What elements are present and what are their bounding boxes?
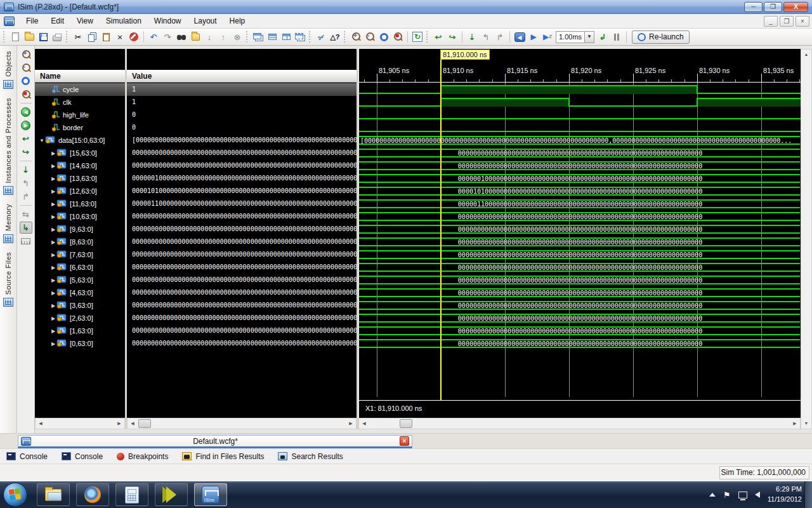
signal-row-value[interactable]: 1 (127, 83, 357, 96)
print-icon[interactable] (51, 30, 63, 43)
go-to-start-icon[interactable]: ◀ (20, 106, 32, 118)
action-center-flag-icon[interactable]: ⚑ (723, 490, 731, 500)
wave-row-14630[interactable]: 0000000000000000000000000000000000000000… (359, 159, 801, 172)
signal-row-name[interactable]: ▶[13,63:0] (35, 172, 125, 185)
signal-row-value[interactable]: 0000000000000000000000000000000000000000… (127, 147, 357, 159)
signal-row-name[interactable]: ▶[2,63:0] (35, 312, 125, 324)
wave-row-data150630[interactable]: [000000000000000000000000000000000000000… (359, 134, 801, 147)
signal-row-name[interactable]: ▶[14,63:0] (35, 159, 125, 172)
expand-icon[interactable]: ▶ (50, 303, 56, 309)
value-column-header[interactable]: Value (127, 70, 357, 83)
wave-row-cycle[interactable] (359, 83, 801, 96)
volume-icon[interactable] (755, 491, 760, 498)
name-panel-hscrollbar[interactable]: ◀ ▶ (35, 418, 125, 429)
signal-row-name[interactable]: ▶[5,63:0] (35, 274, 125, 286)
open-file-icon[interactable] (23, 30, 36, 43)
scroll-right-icon[interactable]: ▶ (790, 418, 800, 429)
wave-row-12630[interactable]: 0000101000000000000000000000000000000000… (359, 185, 801, 197)
signal-row-name[interactable]: ▶[6,63:0] (35, 261, 125, 274)
menu-file[interactable]: File (20, 15, 44, 27)
signal-row-value[interactable]: 0000000000000000000000000000000000000000… (127, 159, 357, 172)
signal-row-value[interactable]: 0000000000000000000000000000000000000000… (127, 274, 357, 286)
document-icon[interactable] (4, 17, 15, 26)
ruler-icon[interactable] (20, 235, 32, 247)
bottom-tab-breakpoints[interactable]: Breakpoints (117, 452, 168, 461)
expand-icon[interactable]: ▶ (50, 328, 56, 334)
run-time-combo[interactable]: 1.00ms ▼ (556, 31, 594, 43)
mdi-close-button[interactable]: × (796, 16, 809, 27)
expand-icon[interactable]: ▶ (50, 227, 56, 232)
wave-row-8630[interactable]: 0000000000000000000000000000000000000000… (359, 236, 801, 248)
signal-row-value[interactable]: 1 (127, 96, 357, 109)
zoom-full-view-icon[interactable] (377, 30, 390, 43)
wave-row-4630[interactable]: 0000000000000000000000000000000000000000… (359, 286, 801, 299)
signal-row-value[interactable]: 0000000000000000000000000000000000000000… (127, 337, 357, 350)
signal-row-value[interactable]: 0000000000000000000000000000000000000000… (127, 261, 357, 274)
bottom-tab-console[interactable]: Console (6, 452, 48, 461)
signal-row-value[interactable]: 0000000000000000000000000000000000000000… (127, 299, 357, 312)
whats-this-icon[interactable]: △? (329, 30, 341, 43)
minimize-button[interactable]: ─ (744, 2, 763, 12)
signal-row-name[interactable]: ▶[15,63:0] (35, 147, 125, 159)
signal-row-name[interactable]: high_life (35, 109, 125, 121)
go-to-end-icon[interactable]: ▶ (20, 119, 32, 131)
scroll-left-icon[interactable]: ◀ (36, 418, 46, 429)
collapse-icon[interactable]: ▼ (39, 138, 45, 144)
expand-icon[interactable]: ▶ (50, 290, 56, 296)
bottom-tab-console[interactable]: Console (62, 452, 103, 461)
menu-help[interactable]: Help (223, 15, 252, 27)
network-icon[interactable] (738, 491, 747, 498)
wave-row-9630[interactable]: 0000000000000000000000000000000000000000… (359, 223, 801, 236)
marker-down-icon[interactable]: ⇣ (466, 30, 478, 43)
zoom-out-icon[interactable]: - (20, 62, 32, 74)
taskbar-clock[interactable]: 6:29 PM 11/19/2012 (768, 485, 802, 505)
waveform-panel[interactable]: 81,910.000 ns 81,905 ns81,910 ns81,915 n… (358, 49, 801, 418)
side-tab-instances-and-processes[interactable]: Instances and Processes (3, 98, 13, 195)
prev-marker-icon[interactable]: ↰ (20, 177, 32, 189)
signal-row-name[interactable]: ▶[12,63:0] (35, 185, 125, 197)
scrollbar-thumb[interactable] (138, 419, 151, 428)
scroll-right-icon[interactable]: ▶ (346, 418, 356, 429)
bottom-tab-find-in-files-results[interactable]: Find in Files Results (182, 452, 264, 461)
wave-row-15630[interactable]: 0000000000000000000000000000000000000000… (359, 147, 801, 159)
expand-icon[interactable]: ▶ (50, 252, 56, 258)
signal-row-name[interactable]: ▶[9,63:0] (35, 223, 125, 236)
menu-layout[interactable]: Layout (188, 15, 223, 27)
signal-row-name[interactable]: border (35, 121, 125, 134)
taskbar-firefox-button[interactable] (76, 483, 109, 506)
zoom-full-view-icon[interactable] (20, 75, 32, 87)
wave-row-clk[interactable] (359, 96, 801, 109)
signal-row-value[interactable]: 0000000000000000000000000000000000000000… (127, 223, 357, 236)
wave-row-2630[interactable]: 0000000000000000000000000000000000000000… (359, 312, 801, 324)
scroll-left-icon[interactable]: ◀ (128, 418, 138, 429)
taskbar-isim-button[interactable]: ISIm (194, 483, 227, 506)
zoom-cursor-icon[interactable]: ■ (391, 30, 404, 43)
snap-to-transition-icon[interactable]: ↳ (20, 222, 32, 234)
signal-row-name[interactable]: cycle (35, 83, 125, 96)
scroll-up-icon[interactable]: ▲ (801, 50, 811, 60)
signal-row-value[interactable]: 0000101000000000000000000000000000000000… (127, 185, 357, 197)
mdi-restore-button[interactable]: ❐ (780, 16, 794, 27)
tab-close-icon[interactable]: × (400, 436, 409, 446)
next-transition-icon[interactable]: ↪ (20, 146, 32, 158)
scroll-down-icon[interactable]: ▼ (801, 418, 811, 429)
scroll-left-icon[interactable]: ◀ (359, 418, 369, 429)
signal-row-value[interactable]: 0000000000000000000000000000000000000000… (127, 324, 357, 337)
menu-view[interactable]: View (70, 15, 100, 27)
next-marker-icon[interactable]: ↱ (20, 190, 32, 203)
copy-icon[interactable] (86, 30, 98, 43)
signal-row-value[interactable]: 0000011000000000000000000000000000000000… (127, 197, 357, 210)
wave-row-7630[interactable]: 0000000000000000000000000000000000000000… (359, 248, 801, 261)
signal-row-name[interactable]: ▶[1,63:0] (35, 324, 125, 337)
menu-edit[interactable]: Edit (44, 15, 70, 27)
close-button[interactable]: X (783, 2, 808, 12)
tile-vertical-icon[interactable] (280, 30, 292, 43)
start-button[interactable] (3, 483, 27, 507)
zoom-cursor-icon[interactable]: ■ (20, 88, 32, 100)
expand-icon[interactable]: ▶ (50, 189, 56, 194)
signal-row-name[interactable]: ▶[0,63:0] (35, 337, 125, 350)
find-in-files-icon[interactable] (189, 30, 202, 43)
settings-wrench-icon[interactable]: ✁ (312, 28, 330, 46)
signal-row-name[interactable]: ▶[8,63:0] (35, 236, 125, 248)
run-for-time-icon[interactable]: ▶Z (541, 30, 554, 43)
